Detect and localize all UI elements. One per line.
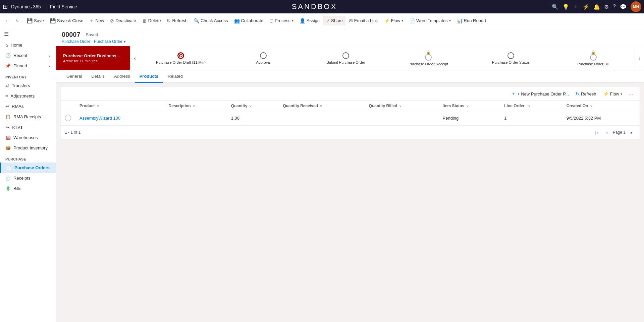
bpf-step-status[interactable]: Purchase Order Status <box>470 50 552 67</box>
bpf-step-draft-circle <box>177 52 184 59</box>
created-on-sort-icon: ∨ <box>590 104 592 108</box>
bpf-step-receipt[interactable]: 🔒 Purchase Order Receipt <box>387 48 470 69</box>
bpf-active-stage[interactable]: Purchase Order Business... Active for 11… <box>56 46 130 70</box>
bpf-stage-sub: Active for 11 minutes <box>63 59 120 63</box>
sidebar-item-purchase-orders[interactable]: 📄 Purchase Orders <box>0 163 56 173</box>
products-table: Product ∨ Description ∨ Quantity ∨ <box>61 101 640 125</box>
sidebar-item-receipts[interactable]: 🧾 Receipts <box>0 173 56 183</box>
assign-button[interactable]: 👤 Assign <box>297 16 322 25</box>
sidebar-item-rma-receipts[interactable]: 📋 RMA Receipts <box>0 112 56 122</box>
email-icon: ✉ <box>349 18 353 23</box>
flow-button[interactable]: ⚡ Flow ▾ <box>381 16 406 25</box>
forward-button[interactable]: ⤷ <box>13 16 22 25</box>
bpf-step-submit[interactable]: Submit Purchase Order <box>305 50 387 67</box>
save-button[interactable]: 💾 Save <box>24 16 47 25</box>
lightbulb-icon[interactable]: 💡 <box>562 4 569 10</box>
bpf-step-bill[interactable]: 🔒 Purchase Order Bill <box>552 48 635 69</box>
th-qty-received[interactable]: Quantity Received ∨ <box>279 101 365 111</box>
bpf-step-draft[interactable]: Purchase Order Draft (11 Min) <box>140 50 222 67</box>
breadcrumb-dropdown-icon[interactable]: ▾ <box>124 39 126 44</box>
th-product[interactable]: Product ∨ <box>75 101 165 111</box>
share-button[interactable]: ↗ Share <box>323 16 345 25</box>
tab-address[interactable]: Address <box>109 70 135 83</box>
chat-icon[interactable]: 💬 <box>620 4 627 10</box>
refresh-button[interactable]: ↻ Refresh <box>164 16 190 25</box>
back-button[interactable]: ← <box>3 16 12 25</box>
sidebar-item-recent[interactable]: 🕐 Recent ∨ <box>0 50 56 61</box>
pagination-info: 1 - 1 of 1 <box>65 130 80 135</box>
share-icon: ↗ <box>326 18 330 23</box>
sidebar-item-rtvs[interactable]: ↪ RTVs <box>0 122 56 132</box>
process-button[interactable]: ⬡ Process ▾ <box>267 16 296 25</box>
description-sort-icon: ∨ <box>193 104 195 108</box>
grid-refresh-button[interactable]: ↻ Refresh <box>573 89 599 98</box>
quantity-sort-icon: ∨ <box>249 104 252 108</box>
rtvs-label: RTVs <box>12 125 22 130</box>
avatar[interactable]: MH <box>631 1 641 12</box>
deactivate-button[interactable]: ⊘ Deactivate <box>107 16 139 25</box>
bpf-step-status-circle <box>507 52 514 59</box>
page-next-button[interactable]: ▸ <box>628 128 636 136</box>
filter-icon[interactable]: ⚡ <box>583 4 589 10</box>
sidebar-item-home[interactable]: ⌂ Home <box>0 40 56 50</box>
tabs-bar: General Details Address Products Related <box>56 70 644 83</box>
row-select-checkbox[interactable] <box>65 115 71 121</box>
bpf-prev-button[interactable]: ‹ <box>130 46 140 70</box>
grid-flow-icon: ⚡ <box>603 91 609 96</box>
settings-icon[interactable]: ⚙ <box>604 4 609 10</box>
grid-new-button[interactable]: ＋ + New Purchase Order P... <box>508 89 572 99</box>
sidebar-item-bills[interactable]: 💲 Bills <box>0 183 56 194</box>
row-product-cell[interactable]: AssemblyWizard 100 <box>75 111 165 125</box>
tab-products[interactable]: Products <box>135 70 163 83</box>
delete-button[interactable]: 🗑 Delete <box>140 16 164 25</box>
tab-related[interactable]: Related <box>163 70 187 83</box>
th-qty-billed[interactable]: Quantity Billed ∨ <box>365 101 439 111</box>
sidebar-item-warehouses[interactable]: 🏭 Warehouses <box>0 132 56 143</box>
bpf-next-button[interactable]: › <box>635 46 644 70</box>
save-close-button[interactable]: 💾 Save & Close <box>47 16 86 25</box>
sidebar-hamburger[interactable]: ☰ <box>0 28 56 40</box>
product-sort-icon: ∨ <box>97 104 99 108</box>
grid-more-button[interactable]: ⋯ <box>626 89 636 99</box>
page-prev-button[interactable]: ◂ <box>603 128 611 136</box>
row-checkbox-cell[interactable] <box>61 111 75 125</box>
breadcrumb-link-1[interactable]: Purchase Order <box>62 39 90 44</box>
grid-flow-button[interactable]: ⚡ Flow ▾ <box>600 89 625 98</box>
transfers-label: Transfers <box>12 83 30 88</box>
plus-icon[interactable]: ＋ <box>573 3 579 10</box>
sidebar-item-rmas[interactable]: ↩ RMAs <box>0 101 56 112</box>
th-created-on[interactable]: Created On ∨ <box>562 101 640 111</box>
run-report-button[interactable]: 📊 Run Report <box>454 16 489 25</box>
tab-general[interactable]: General <box>62 70 87 83</box>
th-line-order[interactable]: Line Order ↑∨ <box>500 101 562 111</box>
th-quantity[interactable]: Quantity ∨ <box>227 101 279 111</box>
bpf-step-receipt-circle <box>425 54 432 61</box>
record-number: 00007 <box>62 31 80 39</box>
waffle-icon[interactable]: ⊞ <box>3 3 8 10</box>
word-templates-button[interactable]: 📄 Word Templates ▾ <box>407 16 453 25</box>
nav-separator: | <box>46 4 47 9</box>
th-description[interactable]: Description ∨ <box>165 101 227 111</box>
row-description-cell <box>165 111 227 125</box>
collaborate-button[interactable]: 👥 Collaborate <box>231 16 266 25</box>
new-button[interactable]: ＋ New <box>87 16 107 26</box>
sidebar-item-transfers[interactable]: ⇄ Transfers <box>0 80 56 91</box>
business-process-flow: Purchase Order Business... Active for 11… <box>56 46 644 70</box>
tab-details[interactable]: Details <box>87 70 109 83</box>
record-status: - Saved <box>83 32 98 37</box>
breadcrumb-link-2[interactable]: Purchase Order <box>94 39 122 44</box>
sidebar-item-product-inventory[interactable]: 📦 Product Inventory <box>0 143 56 153</box>
bpf-step-approval[interactable]: Approval <box>222 50 305 67</box>
search-icon[interactable]: 🔍 <box>552 4 558 10</box>
help-icon[interactable]: ? <box>613 4 616 10</box>
sidebar-item-pinned[interactable]: 📌 Pinned ∨ <box>0 61 56 71</box>
th-item-status[interactable]: Item Status ∨ <box>439 101 500 111</box>
sidebar-item-adjustments[interactable]: ≡ Adjustments <box>0 91 56 101</box>
check-access-button[interactable]: 🔍 Check Access <box>191 16 231 25</box>
recent-chevron-icon: ∨ <box>48 54 51 57</box>
word-templates-icon: 📄 <box>409 18 415 23</box>
bell-icon[interactable]: 🔔 <box>593 4 600 10</box>
email-link-button[interactable]: ✉ Email a Link <box>346 16 381 25</box>
page-first-button[interactable]: |◂ <box>593 128 601 136</box>
delete-icon: 🗑 <box>142 18 147 23</box>
